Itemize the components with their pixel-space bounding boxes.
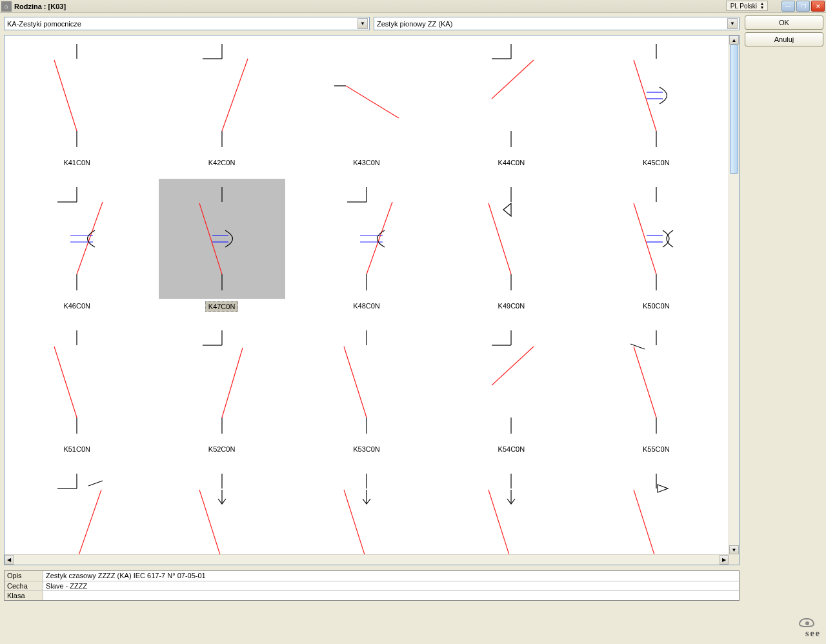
symbol-cell[interactable] [584,465,729,554]
info-opis-label: Opis [5,571,43,581]
category-combo[interactable]: KA-Zestyki pomocnicze ▼ [4,17,370,30]
svg-line-65 [77,490,101,554]
symbol-thumbnail [159,35,285,156]
symbol-thumbnail [14,322,140,442]
symbol-label: K55C0N [640,445,672,454]
chevron-down-icon: ▼ [727,18,738,29]
info-cecha-label: Cecha [5,581,43,590]
symbol-cell[interactable]: K41C0N [5,35,149,179]
cancel-button[interactable]: Anuluj [745,32,823,46]
eye-icon [799,618,814,627]
symbol-cell[interactable]: K51C0N [5,322,149,465]
scroll-thumb[interactable] [730,45,738,174]
symbol-cell[interactable] [439,465,583,554]
svg-line-12 [492,60,534,99]
close-button[interactable]: ✕ [811,1,825,12]
symbol-cell[interactable]: K54C0N [439,322,583,465]
symbol-cell[interactable]: K53C0N [294,322,439,465]
symbol-label: K53C0N [350,445,383,454]
svg-line-60 [634,347,656,418]
symbol-thumbnail [159,322,285,442]
svg-line-2 [54,60,77,131]
symbol-label: K50C0N [640,301,672,310]
symbol-cell[interactable]: K49C0N [439,179,583,322]
symbol-cell[interactable]: K52C0N [149,322,294,465]
language-selector[interactable]: PL Polski ▴▾ [726,1,768,11]
symbol-cell[interactable]: K47C0N [149,179,294,322]
symbol-combo[interactable]: Zestyk pionowy ZZ (KA) ▼ [374,17,740,30]
symbol-cell[interactable] [5,465,149,554]
symbol-combo-value: Zestyk pionowy ZZ (KA) [377,20,452,28]
scroll-up-icon[interactable]: ▲ [729,35,739,45]
symbol-cell[interactable]: K46C0N [5,179,149,322]
symbol-label: K45C0N [640,158,672,167]
info-klasa-value [43,591,739,600]
symbol-thumbnail [448,179,574,299]
svg-line-53 [344,347,367,418]
symbol-thumbnail [448,465,574,554]
symbol-viewer: K41C0NK42C0NK43C0NK44C0NK45C0NK46C0NK47C… [4,35,740,565]
spinner-icon: ▴▾ [761,2,763,10]
info-cecha-value: Slave - ZZZZ [43,581,739,590]
combo-row: KA-Zestyki pomocnicze ▼ Zestyk pionowy Z… [1,14,742,32]
window-title: Rodzina : [K03] [14,3,66,10]
info-opis-value: Zestyk czasowy ZZZZ (KA) IEC 617-7 N° 07… [43,571,739,581]
symbol-label: K54C0N [496,445,528,454]
restore-button[interactable]: ❐ [796,1,810,12]
symbol-label: K44C0N [496,158,528,167]
chevron-down-icon: ▼ [358,18,368,29]
info-klasa-label: Klasa [5,591,43,600]
svg-line-32 [367,202,392,274]
symbol-thumbnail [14,179,140,299]
minimize-button[interactable]: — [781,1,795,12]
symbol-cell[interactable] [149,465,294,554]
svg-line-46 [54,347,77,418]
svg-line-81 [634,490,656,554]
symbol-cell[interactable]: K55C0N [584,322,729,465]
svg-line-21 [77,202,103,274]
category-combo-value: KA-Zestyki pomocnicze [7,20,81,28]
svg-line-8 [346,86,399,118]
symbol-thumbnail [159,465,285,554]
symbol-thumbnail [303,322,430,442]
symbol-thumbnail [593,179,720,299]
scroll-right-icon[interactable]: ▶ [720,555,729,565]
symbol-cell[interactable]: K43C0N [294,35,439,179]
svg-line-41 [634,203,656,274]
symbol-thumbnail [593,465,720,554]
symbol-label: K49C0N [496,301,528,310]
symbol-cell[interactable]: K44C0N [439,35,583,179]
vertical-scrollbar[interactable]: ▲ ▼ [729,35,739,554]
svg-line-50 [222,348,243,418]
symbol-label: K41C0N [61,158,93,167]
main-area: KA-Zestyki pomocnicze ▼ Zestyk pionowy Z… [1,14,742,621]
symbol-thumbnail [448,322,574,442]
symbol-label: K43C0N [350,158,383,167]
ok-button[interactable]: OK [745,15,823,30]
symbol-cell[interactable]: K42C0N [149,35,294,179]
svg-marker-82 [658,485,668,492]
svg-line-26 [199,203,222,274]
svg-marker-38 [503,203,511,216]
symbol-cell[interactable]: K45C0N [584,35,729,179]
symbol-cell[interactable]: K48C0N [294,179,439,322]
symbol-label: K51C0N [61,445,93,454]
scroll-down-icon[interactable]: ▼ [729,545,739,554]
horizontal-scrollbar[interactable]: ◀ ▶ [5,554,729,565]
symbol-thumbnail [303,179,430,299]
symbol-cell[interactable] [294,465,439,554]
symbol-thumbnail [303,35,430,156]
symbol-cell[interactable]: K50C0N [584,179,729,322]
symbol-thumbnail [14,35,140,156]
symbol-label: K42C0N [206,158,238,167]
symbol-label: K52C0N [206,445,238,454]
language-label: PL Polski [730,3,757,10]
symbol-thumbnail [303,465,430,554]
info-table: Opis Zestyk czasowy ZZZZ (KA) IEC 617-7 … [4,570,740,601]
symbol-thumbnail [593,322,720,442]
symbol-label: K47C0N [205,301,239,312]
symbol-grid: K41C0NK42C0NK43C0NK44C0NK45C0NK46C0NK47C… [5,35,729,554]
app-icon: ⌂ [1,1,12,12]
symbol-label: K48C0N [350,301,383,310]
scroll-left-icon[interactable]: ◀ [5,555,14,565]
